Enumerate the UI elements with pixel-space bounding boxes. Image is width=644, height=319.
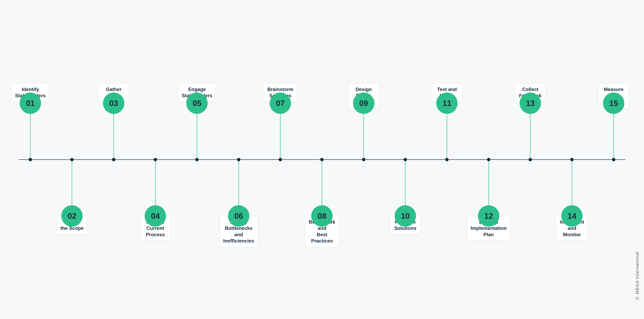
vline-circle-to-mid-11: [447, 114, 447, 158]
dot-08: [320, 158, 324, 161]
vline-mid-to-circle-02: [72, 161, 72, 205]
vline-circle-to-mid-03: [114, 114, 114, 158]
circle-09: 09: [353, 92, 374, 114]
dot-09: [362, 158, 365, 161]
circle-11: 11: [436, 92, 458, 114]
dot-07: [279, 158, 282, 161]
dot-10: [404, 158, 407, 161]
dot-06: [237, 158, 240, 161]
vline-mid-to-circle-10: [405, 161, 406, 205]
circle-08: 08: [311, 205, 332, 227]
vline-mid-to-circle-14: [572, 161, 572, 205]
timeline-row: Identify Stakeholders0102Define the Scop…: [10, 76, 634, 244]
circle-03: 03: [103, 92, 124, 114]
vline-circle-to-mid-07: [280, 114, 280, 158]
vline-mid-to-circle-04: [155, 161, 156, 205]
vline-circle-to-mid-13: [530, 114, 530, 158]
circle-01: 01: [20, 92, 41, 114]
circle-10: 10: [395, 205, 416, 227]
dot-03: [112, 158, 116, 161]
circle-13: 13: [520, 92, 541, 114]
dot-13: [528, 158, 532, 161]
vline-circle-to-mid-09: [364, 114, 364, 158]
dot-01: [29, 158, 32, 161]
dot-05: [195, 158, 198, 161]
vline-mid-to-circle-12: [488, 161, 489, 205]
vline-mid-to-circle-08: [322, 161, 322, 205]
vline-circle-to-mid-01: [30, 114, 31, 158]
circle-15: 15: [603, 92, 624, 114]
circle-04: 04: [145, 205, 166, 227]
circle-07: 07: [270, 92, 291, 114]
dot-14: [570, 158, 574, 161]
dot-15: [612, 158, 615, 161]
circle-06: 06: [228, 205, 249, 227]
dot-12: [487, 158, 490, 161]
circle-05: 05: [186, 92, 208, 114]
dot-04: [154, 158, 157, 161]
circle-12: 12: [478, 205, 499, 227]
dot-11: [445, 158, 448, 161]
watermark: © MEGA International: [635, 252, 640, 301]
vline-circle-to-mid-15: [613, 114, 614, 158]
dot-02: [70, 158, 74, 161]
vline-circle-to-mid-05: [197, 114, 197, 158]
circle-14: 14: [561, 205, 582, 227]
timeline-container: Identify Stakeholders0102Define the Scop…: [10, 76, 634, 244]
circle-02: 02: [61, 205, 82, 227]
vline-mid-to-circle-06: [238, 161, 239, 205]
